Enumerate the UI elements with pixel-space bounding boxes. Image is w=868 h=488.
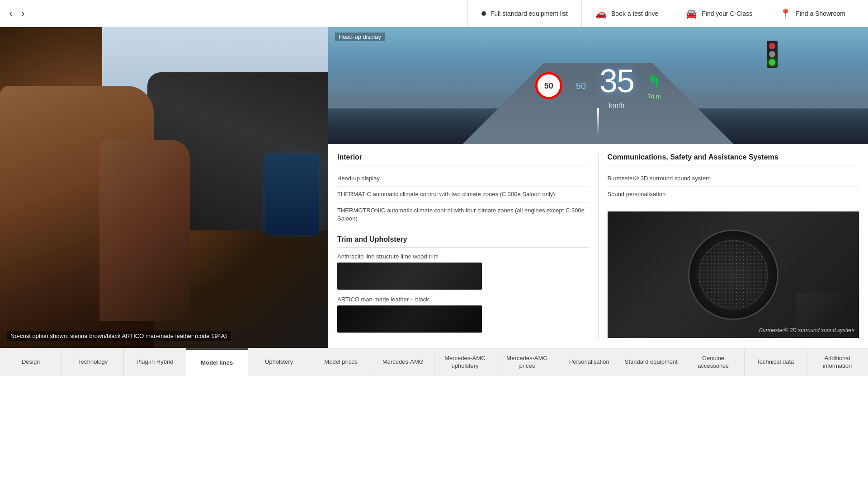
test-drive-button[interactable]: 🚗 Book a test drive <box>581 0 672 27</box>
traffic-light-green <box>769 59 775 66</box>
nav-actions: Full standard equipment list 🚗 Book a te… <box>467 0 859 27</box>
next-button[interactable]: › <box>21 8 24 19</box>
tab-plugin-hybrid[interactable]: Plug-in Hybrid <box>124 348 186 376</box>
hud-speed-overlay: 50 50 35 km/h ↰ 74 m <box>535 62 661 109</box>
car-image-caption: No-cost option shown: sienna brown/black… <box>7 331 231 341</box>
tab-additional-info[interactable]: Additional information <box>807 348 868 376</box>
trim-swatch-1 <box>337 263 482 290</box>
prev-button[interactable]: ‹ <box>9 8 12 19</box>
right-panel: Head-up display 50 50 <box>328 27 868 348</box>
main-content: No-cost option shown: sienna brown/black… <box>0 27 868 348</box>
bottom-navigation: Design Technology Plug-in Hybrid Model l… <box>0 348 868 376</box>
tab-amg-prices[interactable]: Mercedes-AMG prices <box>496 348 558 376</box>
test-drive-label: Book a test drive <box>611 10 658 17</box>
speed-limit-sign: 50 <box>535 72 562 99</box>
navigation-arrow-icon: ↰ <box>647 72 661 91</box>
find-c-class-button[interactable]: 🚘 Find your C-Class <box>672 0 766 27</box>
tab-technical-data[interactable]: Technical data <box>745 348 807 376</box>
nav-distance: 74 m <box>648 93 661 99</box>
feature-thermatic: THERMATIC automatic climate control with… <box>337 187 589 202</box>
tab-mercedes-amg[interactable]: Mercedes-AMG <box>372 348 434 376</box>
traffic-light-yellow <box>769 51 775 57</box>
equipment-label: Full standard equipment list <box>491 10 568 17</box>
test-drive-icon: 🚗 <box>595 8 607 19</box>
burmester-speaker-image: Burmester® 3D surround sound system <box>608 211 859 338</box>
tab-design[interactable]: Design <box>0 348 62 376</box>
car-image-panel: No-cost option shown: sienna brown/black… <box>0 27 328 348</box>
feature-thermotronic: THERMOTRONIC automatic climate control w… <box>337 203 589 226</box>
feature-sound-personalisation: Sound personalisation <box>608 187 859 202</box>
tab-model-prices[interactable]: Model prices <box>310 348 372 376</box>
trim-label-1: Anthracite line structure lime wood trim <box>337 253 589 260</box>
traffic-light <box>767 41 778 68</box>
find-showroom-button[interactable]: 📍 Find a Showroom <box>766 0 859 27</box>
trim-item-1: Anthracite line structure lime wood trim <box>337 253 589 290</box>
find-c-class-icon: 🚘 <box>686 8 697 19</box>
tab-amg-upholstery[interactable]: Mercedes-AMG upholstery <box>434 348 496 376</box>
hud-display: Head-up display 50 50 <box>328 27 868 144</box>
interior-section-title: Interior <box>337 153 589 165</box>
info-panel: Interior Head-up display THERMATIC autom… <box>328 144 868 348</box>
speaker-caption: Burmester® 3D surround sound system <box>759 327 854 333</box>
nav-arrows: ‹ › <box>9 8 25 19</box>
find-c-class-label: Find your C-Class <box>702 10 752 17</box>
traffic-light-red <box>769 43 775 49</box>
trim-label-2: ARTICO man-made leather – black <box>337 296 589 303</box>
trim-section: Trim and Upholstery Anthracite line stru… <box>337 235 589 333</box>
tab-upholstery[interactable]: Upholstery <box>248 348 310 376</box>
communications-info: Communications, Safety and Assistance Sy… <box>599 153 859 339</box>
top-navigation: ‹ › Full standard equipment list 🚗 Book … <box>0 0 868 27</box>
interior-features: Head-up display THERMATIC automatic clim… <box>337 171 589 226</box>
trim-section-title: Trim and Upholstery <box>337 235 589 248</box>
interior-info: Interior Head-up display THERMATIC autom… <box>337 153 599 339</box>
equipment-list-button[interactable]: Full standard equipment list <box>467 0 581 27</box>
speed-limit-small-display: 50 <box>576 80 586 91</box>
speed-unit-display: km/h <box>609 101 625 109</box>
feature-hud: Head-up display <box>337 171 589 187</box>
showroom-label: Find a Showroom <box>796 10 845 17</box>
car-interior-image <box>0 27 328 348</box>
tab-genuine-accessories[interactable]: Genuine accessories <box>682 348 744 376</box>
equipment-icon <box>481 11 486 16</box>
comm-section-title: Communications, Safety and Assistance Sy… <box>608 153 859 165</box>
feature-burmester: Burmester® 3D surround sound system <box>608 171 859 187</box>
trim-item-2: ARTICO man-made leather – black <box>337 296 589 333</box>
tab-model-lines[interactable]: Model lines <box>186 348 248 376</box>
showroom-icon: 📍 <box>780 8 791 19</box>
tab-personalisation[interactable]: Personalisation <box>558 348 620 376</box>
speaker-grill <box>688 230 778 320</box>
speaker-dots <box>698 240 768 310</box>
hud-label: Head-up display <box>335 33 385 41</box>
trim-swatch-2 <box>337 305 482 333</box>
current-speed-display: 35 <box>599 62 634 99</box>
comm-features: Burmester® 3D surround sound system Soun… <box>608 171 859 202</box>
tab-technology[interactable]: Technology <box>62 348 124 376</box>
tab-standard-equipment[interactable]: Standard equipment <box>620 348 682 376</box>
